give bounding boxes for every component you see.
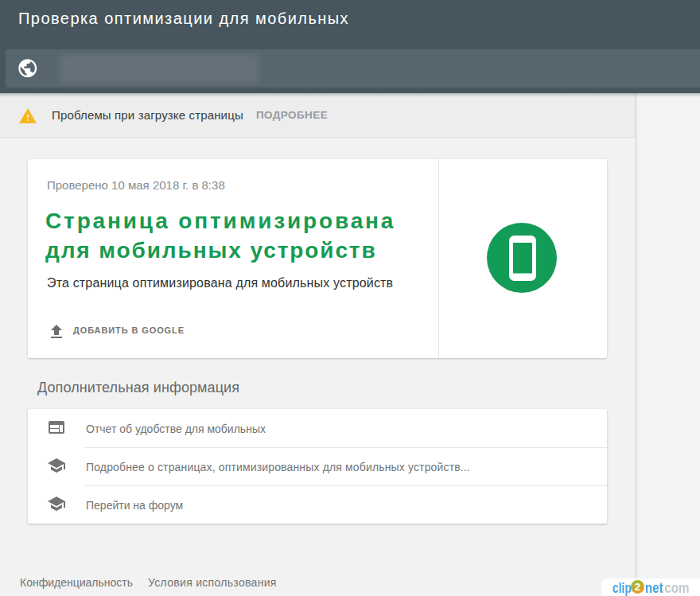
svg-text:2: 2	[635, 581, 640, 593]
